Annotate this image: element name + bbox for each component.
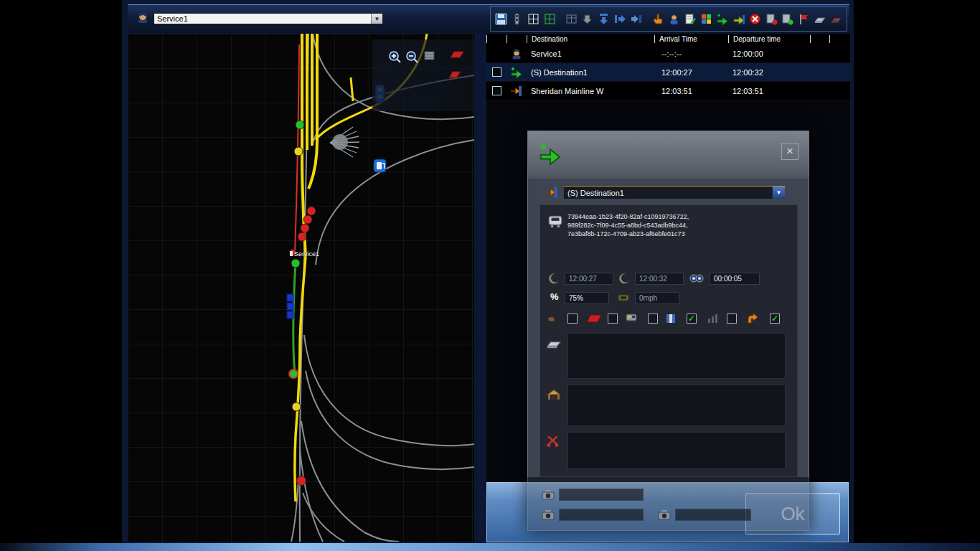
service-dropdown[interactable]: Service1 ▼ <box>154 13 383 24</box>
waypoint-icon <box>545 185 559 202</box>
performance-field[interactable]: 75% <box>565 292 609 304</box>
platform-icon[interactable] <box>813 10 828 29</box>
map-panel[interactable]: Service1 <box>128 34 474 542</box>
option-checkbox[interactable] <box>648 314 658 324</box>
reverse-arrow-icon <box>745 312 758 328</box>
platform-list-box[interactable] <box>567 333 786 379</box>
col-checkbox-header <box>486 35 507 43</box>
camera-field[interactable] <box>675 509 751 521</box>
camera-field[interactable] <box>559 489 644 501</box>
depot-list-box[interactable] <box>567 385 786 426</box>
duration-binoculars-icon <box>689 273 704 286</box>
col-departure-header: Departure time <box>728 35 810 43</box>
table-row[interactable]: (S) Destination1 12:00:27 12:00:32 <box>486 63 850 82</box>
destination-dropdown-arrow-icon[interactable]: ▼ <box>772 187 785 199</box>
drop-marker-icon[interactable] <box>580 10 595 29</box>
copy-badge-icon[interactable] <box>764 10 779 29</box>
camera-icon <box>542 509 555 524</box>
row-departure: 12:03:51 <box>728 87 810 95</box>
row-arrival: --:--:-- <box>654 50 728 58</box>
grid-add-icon[interactable] <box>542 10 557 29</box>
destination-dialog: × (S) Destination1 ▼ 73944eaa-1b23-4f20-… <box>527 131 809 531</box>
speed-limit-icon <box>618 292 629 306</box>
insert-destination-icon[interactable] <box>732 10 747 29</box>
destination-dropdown-row: (S) Destination1 ▼ <box>527 184 809 202</box>
camera-fields-area <box>527 477 809 531</box>
edit-timetable-icon[interactable] <box>683 10 698 29</box>
hand-icon[interactable] <box>651 10 666 29</box>
zoom-in-icon[interactable] <box>388 50 402 65</box>
signal-span-alt-icon[interactable] <box>448 67 463 82</box>
stop-duration-field[interactable]: 00:00:05 <box>710 273 760 285</box>
consist-icon <box>547 215 563 231</box>
screen: Service1 ▼ <box>0 0 980 551</box>
close-icon[interactable]: × <box>781 143 798 160</box>
timetable-header-row: Destination Arrival Time Departure time <box>486 34 850 44</box>
table-row[interactable]: Sheridan Mainline W 12:03:51 12:03:51 <box>486 82 850 100</box>
consist-icon[interactable] <box>510 10 525 29</box>
col-icon-header <box>507 35 527 43</box>
row-arrival: 12:00:27 <box>654 68 728 77</box>
option-checkbox[interactable] <box>608 314 618 324</box>
driver-icon[interactable] <box>666 10 682 29</box>
add-destination-icon <box>538 141 562 169</box>
dialog-properties: 73944eaa-1b23-4f20-82af-c10919736722, 98… <box>540 204 798 477</box>
move-down-icon[interactable] <box>596 10 611 29</box>
row-checkbox[interactable] <box>492 86 501 95</box>
row-checkbox[interactable] <box>492 67 501 77</box>
option-checkbox-checked[interactable]: ✓ <box>770 314 780 324</box>
map-controls-overlay <box>372 39 474 111</box>
destination-dropdown[interactable]: (S) Destination1 ▼ <box>563 186 786 199</box>
col-destination-header: Destination <box>527 35 654 43</box>
option-checkbox[interactable] <box>567 314 578 324</box>
table-icon[interactable] <box>564 10 579 29</box>
option-checkbox-checked[interactable]: ✓ <box>687 314 697 324</box>
departure-time-field[interactable]: 12:00:32 <box>635 273 684 285</box>
row-destination: Sheridan Mainline W <box>527 87 654 95</box>
delete-destination-icon[interactable] <box>748 10 763 29</box>
swatches-icon[interactable] <box>699 10 715 29</box>
platform-dark-icon[interactable] <box>829 10 844 29</box>
driver-icon <box>507 48 527 60</box>
move-right-icon[interactable] <box>613 10 628 29</box>
train-label: Service1 <box>290 250 319 258</box>
guid-line: 989f282c-7f09-4c55-a8bd-c543adb9bc44, <box>567 221 790 230</box>
service-dropdown-value: Service1 <box>154 14 371 24</box>
col-extra1-header <box>810 35 829 43</box>
arrival-time-field[interactable]: 12:00:27 <box>565 273 613 285</box>
grid-icon[interactable] <box>526 10 541 29</box>
coupling-icon <box>546 314 557 327</box>
paste-badge-icon[interactable] <box>781 10 796 29</box>
performance-percent-label: % <box>550 291 559 302</box>
option-checkbox[interactable] <box>727 314 737 324</box>
depot-icon <box>546 387 562 403</box>
transfer-icon[interactable] <box>629 10 644 29</box>
restriction-list-box[interactable] <box>567 432 786 469</box>
service-selector-group: Service1 ▼ <box>136 11 383 27</box>
camera-icon <box>658 509 671 524</box>
flag-icon[interactable] <box>796 10 811 29</box>
arrival-moon-icon <box>549 273 560 287</box>
bottom-gradient-bar <box>0 543 980 551</box>
zoom-out-icon[interactable] <box>405 50 420 65</box>
no-pass-scissors-icon <box>546 435 560 451</box>
main-toolbar <box>490 6 847 32</box>
platform-icon <box>546 337 562 353</box>
row-destination: (S) Destination1 <box>527 68 654 77</box>
departure-moon-icon <box>619 273 631 287</box>
service-dropdown-arrow-icon[interactable]: ▼ <box>371 14 382 24</box>
consist-guid-list: 73944eaa-1b23-4f20-82af-c10919736722, 98… <box>567 212 790 238</box>
guid-line: 73944eaa-1b23-4f20-82af-c10919736722, <box>567 212 790 221</box>
signal-pass-icon <box>586 314 602 326</box>
save-icon[interactable] <box>494 10 509 29</box>
add-destination-icon[interactable] <box>715 10 730 29</box>
speed-field[interactable]: 0mph <box>635 292 679 304</box>
dialog-header[interactable]: × <box>528 131 809 179</box>
row-departure: 12:00:00 <box>728 50 810 58</box>
layers-icon[interactable] <box>423 49 437 63</box>
fuel-point-icon <box>374 159 386 172</box>
table-row[interactable]: Service1 --:--:-- 12:00:00 <box>486 44 850 63</box>
camera-field[interactable] <box>559 509 644 521</box>
signal-span-icon[interactable] <box>450 47 464 62</box>
guid-line: 7e3baf8b-172c-4709-ab23-af6ebfe01c73 <box>567 230 790 238</box>
